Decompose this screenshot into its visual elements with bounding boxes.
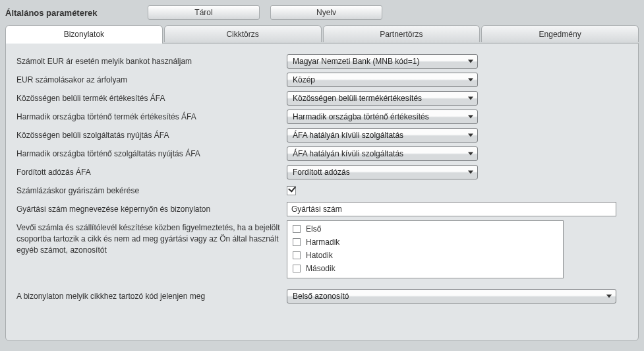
checkbox-icon[interactable] (293, 251, 301, 259)
row-serial-name: Gyártási szám megnevezése képernyőn és b… (16, 202, 628, 216)
list-item[interactable]: Hatodik (287, 249, 563, 262)
row-eur-bank: Számolt EUR ár esetén melyik bankot hasz… (16, 54, 628, 69)
row-eu-product-vat: Közösségen belüli termék értékesítés ÁFA… (16, 91, 628, 106)
row-warn-groups: Vevői számla és szállítólevél készítése … (16, 220, 628, 278)
row-third-service-vat: Harmadik országba történő szolgáltatás n… (16, 146, 628, 161)
listbox-warn-groups: Első Harmadik Hatodik Második (287, 220, 564, 278)
list-item[interactable]: Első (287, 222, 563, 236)
label-eu-service-vat: Közösségen belüli szolgáltatás nyújtás Á… (16, 128, 287, 141)
list-item-label: Első (306, 224, 321, 234)
input-serial-name[interactable]: Gyártási szám (287, 202, 616, 216)
select-eu-service-vat[interactable]: ÁFA hatályán kívüli szolgáltatás (287, 128, 478, 143)
list-item-label: Hatodik (306, 251, 333, 260)
select-eu-service-vat-value: ÁFA hatályán kívüli szolgáltatás (293, 131, 403, 140)
select-reverse-vat[interactable]: Fordított adózás (287, 165, 478, 179)
row-item-code: A bizonylaton melyik cikkhez tartozó kód… (16, 289, 628, 303)
chevron-down-icon (468, 115, 473, 119)
select-third-product-vat[interactable]: Harmadik országba történő értékesítés (287, 110, 478, 124)
chevron-down-icon (468, 60, 473, 63)
chevron-down-icon (468, 152, 473, 156)
label-eur-bank: Számolt EUR ár esetén melyik bankot hasz… (16, 54, 287, 67)
tab-engedmeny[interactable]: Engedmény (481, 25, 639, 42)
tabs: Bizonylatok Cikktörzs Partnertörzs Enged… (5, 25, 639, 44)
language-button[interactable]: Nyelv (270, 5, 382, 20)
select-eur-rate[interactable]: Közép (287, 73, 478, 87)
general-parameters-window: Általános paraméterek Tárol Nyelv Bizony… (0, 0, 644, 351)
list-item-label: Harmadik (306, 238, 339, 247)
row-eu-service-vat: Közösségen belüli szolgáltatás nyújtás Á… (16, 128, 628, 143)
tab-bizonylatok[interactable]: Bizonylatok (5, 25, 163, 44)
save-button[interactable]: Tárol (148, 5, 260, 20)
chevron-down-icon (468, 97, 473, 100)
list-item-label: Második (306, 264, 336, 273)
chevron-down-icon (468, 134, 473, 137)
list-item[interactable]: Harmadik (287, 236, 563, 249)
header-row: Általános paraméterek Tárol Nyelv (5, 5, 639, 20)
page-title: Általános paraméterek (5, 8, 137, 18)
label-warn-groups: Vevői számla és szállítólevél készítése … (16, 220, 287, 255)
label-serial-prompt: Számlázáskor gyáriszám bekérése (16, 183, 287, 197)
label-third-product-vat: Harmadik országba történő termék értékes… (16, 110, 287, 123)
list-item[interactable]: Második (287, 262, 563, 275)
label-third-service-vat: Harmadik országba történő szolgáltatás n… (16, 146, 287, 160)
select-eu-product-vat-value: Közösségen belüli termékértékesítés (293, 94, 422, 103)
checkbox-icon[interactable] (293, 238, 301, 246)
tab-cikktorzs[interactable]: Cikktörzs (164, 25, 322, 42)
select-reverse-vat-value: Fordított adózás (293, 168, 350, 177)
checkbox-serial-prompt[interactable] (287, 186, 296, 195)
listbox-warn-groups-scroll[interactable]: Első Harmadik Hatodik Második (287, 221, 563, 278)
label-eur-rate: EUR számolásakor az árfolyam (16, 73, 287, 86)
select-item-code[interactable]: Belső azonosító (287, 289, 616, 303)
tab-panel-bizonylatok: Számolt EUR ár esetén melyik bankot hasz… (5, 43, 639, 341)
checkbox-icon[interactable] (293, 225, 301, 233)
select-eur-rate-value: Közép (293, 75, 315, 84)
chevron-down-icon (606, 295, 612, 298)
label-eu-product-vat: Közösségen belüli termék értékesítés ÁFA (16, 91, 287, 104)
select-third-service-vat-value: ÁFA hatályán kívüli szolgáltatás (293, 149, 403, 158)
row-eur-rate: EUR számolásakor az árfolyam Közép (16, 73, 628, 87)
select-eur-bank[interactable]: Magyar Nemzeti Bank (MNB kód=1) (287, 54, 478, 69)
label-serial-name: Gyártási szám megnevezése képernyőn és b… (16, 202, 287, 215)
label-reverse-vat: Fordított adózás ÁFA (16, 165, 287, 178)
select-third-service-vat[interactable]: ÁFA hatályán kívüli szolgáltatás (287, 146, 478, 161)
tab-partnertorzs[interactable]: Partnertörzs (323, 25, 481, 42)
select-eu-product-vat[interactable]: Közösségen belüli termékértékesítés (287, 91, 478, 106)
select-third-product-vat-value: Harmadik országba történő értékesítés (293, 112, 429, 121)
chevron-down-icon (468, 79, 473, 82)
select-eur-bank-value: Magyar Nemzeti Bank (MNB kód=1) (293, 57, 419, 66)
checkbox-icon[interactable] (293, 265, 301, 272)
label-item-code: A bizonylaton melyik cikkhez tartozó kód… (16, 289, 287, 302)
row-serial-prompt: Számlázáskor gyáriszám bekérése (16, 183, 628, 198)
row-third-product-vat: Harmadik országba történő termék értékes… (16, 110, 628, 124)
row-reverse-vat: Fordított adózás ÁFA Fordított adózás (16, 165, 628, 179)
select-item-code-value: Belső azonosító (293, 292, 349, 301)
chevron-down-icon (468, 171, 473, 174)
